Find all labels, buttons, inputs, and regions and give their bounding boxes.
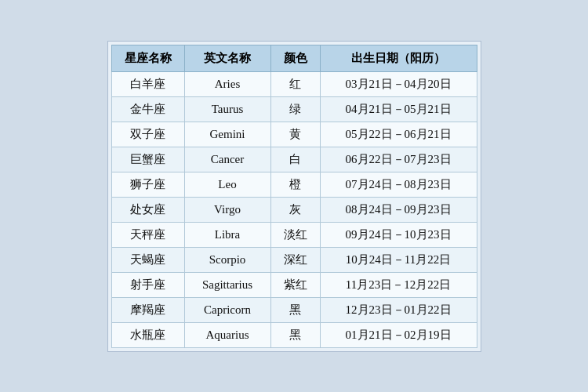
cell-color: 红 bbox=[270, 71, 320, 96]
cell-english: Scorpio bbox=[184, 247, 270, 272]
cell-date: 01月21日－02月19日 bbox=[320, 322, 477, 347]
cell-date: 06月22日－07月23日 bbox=[320, 147, 477, 172]
cell-chinese: 狮子座 bbox=[111, 172, 184, 197]
table-row: 白羊座Aries红03月21日－04月20日 bbox=[111, 71, 477, 96]
cell-english: Aquarius bbox=[184, 322, 270, 347]
header-date: 出生日期（阳历） bbox=[320, 45, 477, 71]
cell-english: Sagittarius bbox=[184, 272, 270, 297]
cell-color: 深红 bbox=[270, 247, 320, 272]
cell-color: 白 bbox=[270, 147, 320, 172]
table-row: 天蝎座Scorpio深红10月24日－11月22日 bbox=[111, 247, 477, 272]
table-row: 水瓶座Aquarius黑01月21日－02月19日 bbox=[111, 322, 477, 347]
table-row: 天秤座Libra淡红09月24日－10月23日 bbox=[111, 222, 477, 247]
cell-color: 绿 bbox=[270, 96, 320, 122]
cell-english: Virgo bbox=[184, 197, 270, 222]
cell-english: Gemini bbox=[184, 122, 270, 147]
cell-color: 灰 bbox=[270, 197, 320, 222]
table-row: 双子座Gemini黄05月22日－06月21日 bbox=[111, 122, 477, 147]
header-color: 颜色 bbox=[270, 45, 320, 71]
table-row: 金牛座Taurus绿04月21日－05月21日 bbox=[111, 96, 477, 122]
cell-date: 09月24日－10月23日 bbox=[320, 222, 477, 247]
cell-chinese: 射手座 bbox=[111, 272, 184, 297]
cell-english: Taurus bbox=[184, 96, 270, 122]
cell-date: 07月24日－08月23日 bbox=[320, 172, 477, 197]
cell-chinese: 天蝎座 bbox=[111, 247, 184, 272]
zodiac-table-container: 星座名称 英文名称 颜色 出生日期（阳历） 白羊座Aries红03月21日－04… bbox=[107, 41, 481, 352]
cell-color: 橙 bbox=[270, 172, 320, 197]
cell-chinese: 水瓶座 bbox=[111, 322, 184, 347]
cell-date: 12月23日－01月22日 bbox=[320, 297, 477, 322]
cell-date: 08月24日－09月23日 bbox=[320, 197, 477, 222]
cell-color: 紫红 bbox=[270, 272, 320, 297]
cell-date: 05月22日－06月21日 bbox=[320, 122, 477, 147]
cell-chinese: 金牛座 bbox=[111, 96, 184, 122]
cell-english: Libra bbox=[184, 222, 270, 247]
table-header-row: 星座名称 英文名称 颜色 出生日期（阳历） bbox=[111, 45, 477, 71]
table-row: 巨蟹座Cancer白06月22日－07月23日 bbox=[111, 147, 477, 172]
cell-english: Aries bbox=[184, 71, 270, 96]
cell-chinese: 摩羯座 bbox=[111, 297, 184, 322]
cell-color: 黑 bbox=[270, 297, 320, 322]
cell-color: 黑 bbox=[270, 322, 320, 347]
cell-date: 03月21日－04月20日 bbox=[320, 71, 477, 96]
cell-date: 10月24日－11月22日 bbox=[320, 247, 477, 272]
cell-date: 11月23日－12月22日 bbox=[320, 272, 477, 297]
zodiac-table: 星座名称 英文名称 颜色 出生日期（阳历） 白羊座Aries红03月21日－04… bbox=[111, 45, 477, 348]
cell-chinese: 天秤座 bbox=[111, 222, 184, 247]
cell-english: Leo bbox=[184, 172, 270, 197]
cell-chinese: 处女座 bbox=[111, 197, 184, 222]
cell-date: 04月21日－05月21日 bbox=[320, 96, 477, 122]
cell-english: Cancer bbox=[184, 147, 270, 172]
cell-chinese: 白羊座 bbox=[111, 71, 184, 96]
header-english: 英文名称 bbox=[184, 45, 270, 71]
table-row: 狮子座Leo橙07月24日－08月23日 bbox=[111, 172, 477, 197]
table-row: 射手座Sagittarius紫红11月23日－12月22日 bbox=[111, 272, 477, 297]
cell-english: Capricorn bbox=[184, 297, 270, 322]
table-row: 摩羯座Capricorn黑12月23日－01月22日 bbox=[111, 297, 477, 322]
header-chinese: 星座名称 bbox=[111, 45, 184, 71]
table-row: 处女座Virgo灰08月24日－09月23日 bbox=[111, 197, 477, 222]
cell-color: 淡红 bbox=[270, 222, 320, 247]
cell-chinese: 巨蟹座 bbox=[111, 147, 184, 172]
cell-chinese: 双子座 bbox=[111, 122, 184, 147]
cell-color: 黄 bbox=[270, 122, 320, 147]
